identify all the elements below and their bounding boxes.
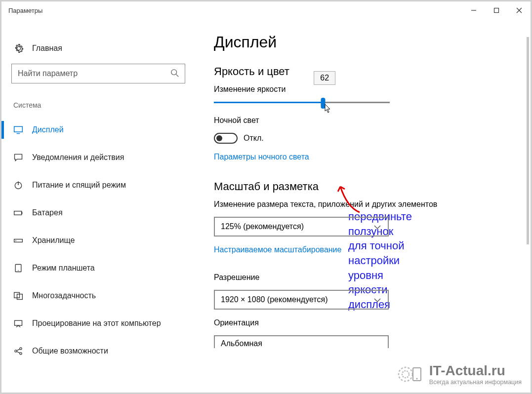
- scale-dropdown[interactable]: 125% (рекомендуется): [214, 217, 389, 236]
- sidebar: Главная Система Дисплей Уведомления и де…: [1, 19, 199, 393]
- svg-point-13: [15, 240, 16, 241]
- svg-rect-12: [14, 239, 23, 242]
- svg-point-21: [20, 353, 22, 355]
- nav-list: Дисплей Уведомления и действия Питание и…: [11, 116, 199, 365]
- monitor-icon: [13, 125, 23, 135]
- cursor-icon: [325, 104, 331, 114]
- brightness-slider[interactable]: 62 передвиньте ползунок для точной настр…: [214, 102, 390, 103]
- minimize-button[interactable]: [462, 2, 485, 18]
- resolution-dropdown[interactable]: 1920 × 1080 (рекомендуется): [214, 290, 389, 310]
- nav-label: Общие возможности: [32, 347, 108, 355]
- nightlight-toggle[interactable]: [214, 133, 238, 144]
- project-icon: [13, 318, 23, 328]
- storage-icon: [13, 236, 23, 245]
- nav-label: Питание и спящий режим: [32, 181, 126, 190]
- chevron-down-icon: [374, 298, 381, 303]
- sidebar-item-storage[interactable]: Хранилище: [11, 227, 199, 254]
- search-wrap: [11, 64, 185, 83]
- page-title: Дисплей: [214, 33, 531, 51]
- sidebar-item-power[interactable]: Питание и спящий режим: [11, 171, 199, 199]
- sidebar-item-projecting[interactable]: Проецирование на этот компьютер: [11, 310, 199, 337]
- svg-line-22: [17, 349, 20, 351]
- scale-section-title: Масштаб и разметка: [214, 180, 531, 193]
- home-label: Главная: [32, 44, 62, 53]
- section-label: Система: [11, 101, 199, 109]
- main-content: Дисплей Яркость и цвет Изменение яркости…: [199, 19, 531, 393]
- svg-rect-11: [22, 212, 23, 214]
- custom-scaling-link[interactable]: Настраиваемое масштабирование: [214, 245, 341, 254]
- nav-label: Уведомления и действия: [32, 153, 124, 162]
- titlebar: Параметры: [1, 1, 531, 19]
- brightness-section-title: Яркость и цвет: [214, 65, 531, 78]
- nav-label: Хранилище: [32, 236, 75, 245]
- sidebar-item-battery[interactable]: Батарея: [11, 199, 199, 227]
- nightlight-state: Откл.: [244, 134, 264, 143]
- scale-value: 125% (рекомендуется): [221, 222, 304, 231]
- slider-track: [214, 102, 390, 103]
- maximize-icon: [493, 7, 499, 13]
- window-title: Параметры: [8, 7, 42, 14]
- svg-point-24: [399, 367, 412, 381]
- watermark-tagline: Всегда актуальная информация: [429, 379, 522, 386]
- window-controls: [462, 2, 531, 18]
- brightness-label: Изменение яркости: [214, 85, 531, 94]
- orientation-dropdown[interactable]: Альбомная: [214, 335, 389, 348]
- nightlight-toggle-row: Откл.: [214, 133, 531, 144]
- svg-line-5: [176, 75, 179, 77]
- sidebar-item-notifications[interactable]: Уведомления и действия: [11, 144, 199, 171]
- nav-label: Режим планшета: [32, 264, 95, 273]
- nav-label: Батарея: [32, 208, 63, 217]
- svg-rect-1: [494, 8, 499, 13]
- svg-line-23: [17, 352, 20, 353]
- nightlight-label: Ночной свет: [214, 116, 531, 125]
- watermark: IT-Actual.ru Всегда актуальная информаци…: [397, 362, 522, 387]
- slider-tooltip: 62: [314, 71, 335, 85]
- close-icon: [516, 7, 522, 13]
- sidebar-item-multitask[interactable]: Многозадачность: [11, 282, 199, 310]
- minimize-icon: [471, 7, 477, 13]
- sidebar-item-display[interactable]: Дисплей: [11, 116, 199, 144]
- sidebar-item-tablet[interactable]: Режим планшета: [11, 254, 199, 282]
- svg-point-20: [20, 348, 22, 350]
- nightlight-settings-link[interactable]: Параметры ночного света: [214, 153, 309, 161]
- tablet-icon: [13, 263, 23, 273]
- maximize-button[interactable]: [485, 2, 508, 18]
- watermark-logo-icon: [397, 362, 426, 387]
- scale-label: Изменение размера текста, приложений и д…: [214, 200, 531, 209]
- watermark-brand: IT-Actual.ru: [429, 363, 522, 379]
- svg-rect-18: [15, 320, 22, 325]
- nav-label: Проецирование на этот компьютер: [32, 319, 161, 328]
- search-icon: [170, 69, 179, 78]
- message-icon: [13, 153, 23, 162]
- gear-icon: [13, 43, 24, 54]
- nav-label: Многозадачность: [32, 291, 96, 300]
- multitask-icon: [13, 291, 23, 301]
- chevron-down-icon: [374, 225, 381, 230]
- search-input[interactable]: [11, 64, 185, 83]
- svg-point-4: [171, 70, 177, 75]
- svg-rect-10: [14, 211, 22, 215]
- battery-icon: [13, 208, 23, 218]
- svg-rect-6: [14, 126, 23, 132]
- home-link[interactable]: Главная: [11, 40, 199, 64]
- svg-point-19: [15, 350, 17, 352]
- power-icon: [13, 180, 23, 190]
- svg-point-27: [416, 378, 417, 380]
- svg-point-15: [18, 270, 19, 271]
- resolution-value: 1920 × 1080 (рекомендуется): [221, 295, 327, 304]
- toggle-knob: [216, 135, 222, 141]
- scrollbar[interactable]: [527, 37, 529, 244]
- orientation-label: Ориентация: [214, 318, 531, 327]
- close-button[interactable]: [508, 2, 531, 18]
- share-icon: [13, 346, 23, 356]
- slider-fill: [214, 102, 323, 103]
- svg-point-25: [402, 371, 409, 378]
- orientation-value: Альбомная: [221, 339, 262, 348]
- sidebar-item-shared[interactable]: Общие возможности: [11, 337, 199, 365]
- nav-label: Дисплей: [32, 125, 64, 134]
